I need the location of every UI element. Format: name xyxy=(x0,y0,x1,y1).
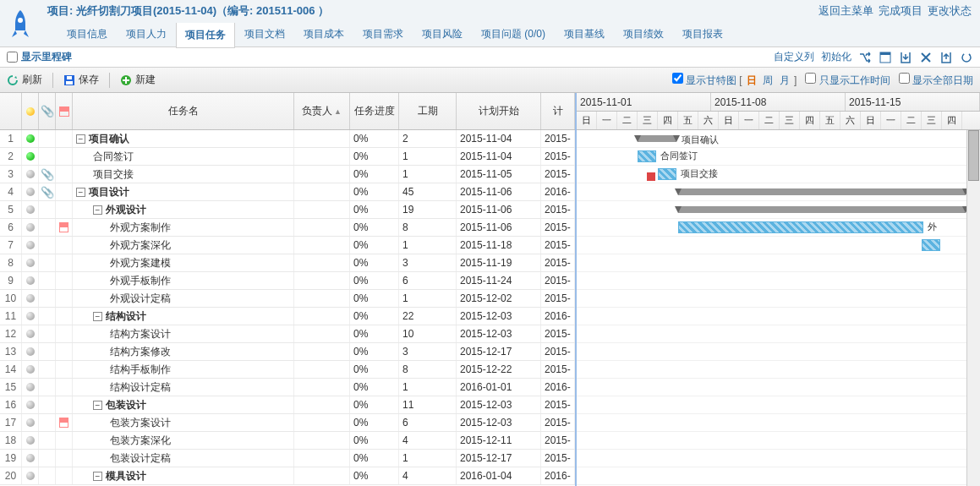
dur-cell: 4 xyxy=(399,467,457,484)
gantt-bar[interactable]: 外 xyxy=(678,221,923,233)
shuffle-icon[interactable] xyxy=(858,51,872,64)
milestone-checkbox[interactable] xyxy=(7,52,18,63)
flag-cell xyxy=(56,272,73,289)
link-init[interactable]: 初始化 xyxy=(821,50,851,64)
collapse-icon[interactable]: − xyxy=(76,188,85,197)
task-row[interactable]: 1−项目确认0%22015-11-042015- xyxy=(0,130,575,148)
tab-4[interactable]: 项目成本 xyxy=(294,21,353,47)
day-header: 日 xyxy=(861,112,881,129)
name-cell[interactable]: 包装设计定稿 xyxy=(73,450,294,467)
collapse-icon[interactable]: − xyxy=(76,134,85,144)
name-cell[interactable]: 包装方案深化 xyxy=(73,432,294,449)
link-main-menu[interactable]: 返回主菜单 xyxy=(818,3,873,19)
tab-8[interactable]: 项目基线 xyxy=(555,21,614,47)
task-row[interactable]: 20−模具设计0%42016-01-042016- xyxy=(0,467,575,485)
task-row[interactable]: 8外观方案建模0%32015-11-192015- xyxy=(0,254,575,272)
collapse-icon[interactable]: − xyxy=(93,312,102,321)
task-row[interactable]: 12结构方案设计0%102015-12-032015- xyxy=(0,325,575,343)
task-row[interactable]: 13结构方案修改0%32015-12-172015- xyxy=(0,343,575,361)
task-row[interactable]: 11−结构设计0%222015-12-032016- xyxy=(0,308,575,325)
name-cell[interactable]: −包装设计 xyxy=(73,396,294,413)
col-name[interactable]: 任务名 xyxy=(73,93,294,129)
full-screen-icon[interactable] xyxy=(879,51,892,64)
tab-10[interactable]: 项目报表 xyxy=(673,21,732,47)
gantt-bar[interactable]: 项目交接 xyxy=(658,168,676,180)
tab-7[interactable]: 项目问题 (0/0) xyxy=(472,21,555,47)
tab-0[interactable]: 项目信息 xyxy=(57,21,117,47)
link-change-status[interactable]: 更改状态 xyxy=(928,3,972,19)
link-custom-cols[interactable]: 自定义列 xyxy=(774,50,814,64)
import-icon[interactable] xyxy=(939,51,953,64)
col-attach[interactable]: 📎 xyxy=(39,93,56,129)
view-day[interactable]: 日 xyxy=(747,74,757,86)
name-cell[interactable]: 项目交接 xyxy=(73,166,294,183)
task-row[interactable]: 2合同签订0%12015-11-042015- xyxy=(0,148,575,166)
tab-6[interactable]: 项目风险 xyxy=(413,21,472,47)
owner-cell xyxy=(294,272,350,289)
name-cell[interactable]: 外观方案制作 xyxy=(73,219,294,236)
name-cell[interactable]: −模具设计 xyxy=(73,467,294,484)
name-cell[interactable]: 结构手板制作 xyxy=(73,361,294,378)
collapse-icon[interactable]: − xyxy=(93,205,102,215)
name-cell[interactable]: −项目确认 xyxy=(73,130,294,147)
col-rownum[interactable] xyxy=(0,93,22,129)
task-row[interactable]: 19包装设计定稿0%12015-12-172015- xyxy=(0,450,575,467)
col-flag[interactable] xyxy=(56,93,73,129)
task-row[interactable]: 6外观方案制作0%82015-11-062015- xyxy=(0,219,575,237)
tab-9[interactable]: 项目绩效 xyxy=(614,21,673,47)
refresh-button[interactable]: 刷新 xyxy=(7,73,42,87)
scroll-thumb[interactable] xyxy=(968,130,979,181)
task-row[interactable]: 15结构设计定稿0%12016-01-012016- xyxy=(0,379,575,396)
name-cell[interactable]: 外观设计定稿 xyxy=(73,290,294,307)
col-progress[interactable]: 任务进度 xyxy=(350,93,399,129)
task-row[interactable]: 17包装方案设计0%62015-12-032015- xyxy=(0,414,575,432)
gantt-bar[interactable]: 合同签订 xyxy=(638,150,656,162)
scrollbar[interactable] xyxy=(966,130,980,486)
save-button[interactable]: 保存 xyxy=(63,73,99,87)
tab-5[interactable]: 项目需求 xyxy=(353,21,413,47)
x-icon[interactable] xyxy=(919,51,933,64)
name-cell[interactable]: 外观方案深化 xyxy=(73,237,294,254)
task-row[interactable]: 5−外观设计0%192015-11-062015- xyxy=(0,201,575,219)
name-cell[interactable]: −外观设计 xyxy=(73,201,294,218)
col-start[interactable]: 计划开始 xyxy=(457,93,541,129)
gantt-checkbox[interactable] xyxy=(672,73,683,84)
task-row[interactable]: 3📎项目交接0%12015-11-052015- xyxy=(0,166,575,183)
tab-3[interactable]: 项目文档 xyxy=(235,21,294,47)
task-row[interactable]: 4📎−项目设计0%452015-11-062016- xyxy=(0,183,575,201)
task-grid: 📎 任务名 负责人▲ 任务进度 工期 计划开始 计 1−项目确认0%22015-… xyxy=(0,93,577,486)
workonly-checkbox[interactable] xyxy=(805,73,816,84)
name-cell[interactable]: 结构方案修改 xyxy=(73,343,294,360)
name-cell[interactable]: 外观手板制作 xyxy=(73,272,294,289)
task-row[interactable]: 7外观方案深化0%12015-11-182015- xyxy=(0,237,575,254)
task-row[interactable]: 18包装方案深化0%42015-12-112015- xyxy=(0,432,575,450)
task-row[interactable]: 10外观设计定稿0%12015-12-022015- xyxy=(0,290,575,308)
collapse-icon[interactable]: − xyxy=(93,472,102,481)
view-week[interactable]: 周 xyxy=(763,74,773,86)
name-cell[interactable]: −项目设计 xyxy=(73,183,294,200)
col-end[interactable]: 计 xyxy=(541,93,575,129)
link-complete-project[interactable]: 完成项目 xyxy=(879,3,923,19)
task-row[interactable]: 9外观手板制作0%62015-11-242015- xyxy=(0,272,575,290)
view-month[interactable]: 月 xyxy=(780,74,790,86)
name-cell[interactable]: 包装方案设计 xyxy=(73,414,294,431)
name-cell[interactable]: 结构方案设计 xyxy=(73,325,294,342)
name-cell[interactable]: 合同签订 xyxy=(73,148,294,165)
col-duration[interactable]: 工期 xyxy=(399,93,457,129)
tab-2[interactable]: 项目任务 xyxy=(176,23,235,48)
refresh-circle-icon[interactable] xyxy=(960,51,973,64)
new-button[interactable]: 新建 xyxy=(120,73,156,87)
owner-cell xyxy=(294,219,350,236)
task-row[interactable]: 16−包装设计0%112015-12-032015- xyxy=(0,396,575,414)
tab-1[interactable]: 项目人力 xyxy=(117,21,176,47)
task-row[interactable]: 14结构手板制作0%82015-12-222015- xyxy=(0,361,575,379)
allday-checkbox[interactable] xyxy=(899,73,910,84)
collapse-icon[interactable]: − xyxy=(93,401,102,410)
name-cell[interactable]: 外观方案建模 xyxy=(73,254,294,271)
gantt-bar[interactable] xyxy=(922,239,940,251)
name-cell[interactable]: 结构设计定稿 xyxy=(73,379,294,396)
name-cell[interactable]: −结构设计 xyxy=(73,308,294,325)
export-icon[interactable] xyxy=(899,51,912,64)
col-status[interactable] xyxy=(22,93,39,129)
col-owner[interactable]: 负责人▲ xyxy=(294,93,350,129)
